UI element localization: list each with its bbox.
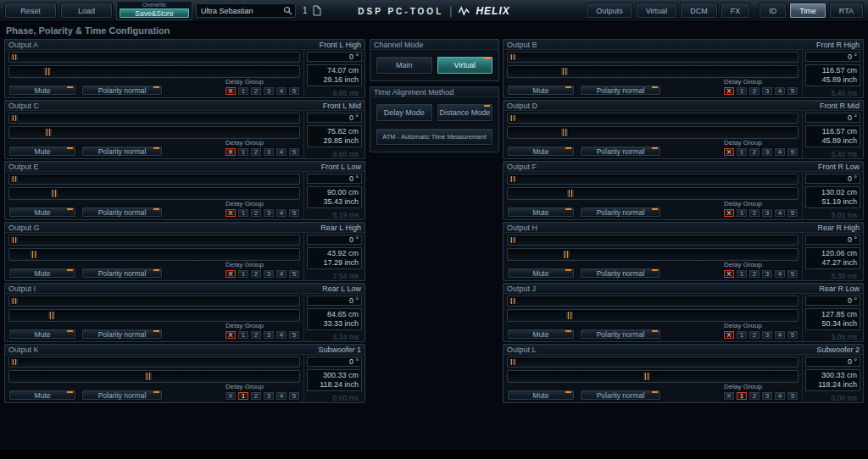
distance-inch-value[interactable]: 118.24 inch <box>809 380 857 390</box>
delay-group-1-button[interactable]: 1 <box>736 86 748 96</box>
delay-group-x-button[interactable]: X <box>723 269 735 279</box>
distance-cm-value[interactable]: 74.07 cm <box>310 66 359 75</box>
document-icon[interactable] <box>313 5 321 16</box>
delay-group-x-button[interactable]: X <box>723 330 735 340</box>
nav-outputs-button[interactable]: Outputs <box>586 3 633 19</box>
distance-values[interactable]: 116.57 cm 45.89 inch <box>805 64 860 86</box>
delay-group-x-button[interactable]: X <box>225 208 236 218</box>
phase-value[interactable]: 0 ° <box>307 113 362 123</box>
polarity-button[interactable]: Polarity normal <box>81 268 163 279</box>
delay-group-2-button[interactable]: 2 <box>748 269 760 279</box>
delay-group-3-button[interactable]: 3 <box>761 269 773 279</box>
delay-group-x-button[interactable]: X <box>723 147 735 157</box>
distance-inch-value[interactable]: 45.89 inch <box>809 136 857 146</box>
delay-group-5-button[interactable]: 5 <box>288 208 300 218</box>
delay-group-5-button[interactable]: 5 <box>787 269 798 279</box>
distance-cm-value[interactable]: 120.06 cm <box>809 249 857 258</box>
distance-cm-value[interactable]: 116.57 cm <box>809 66 857 75</box>
distance-values[interactable]: 120.06 cm 47.27 inch <box>805 247 860 269</box>
delay-group-4-button[interactable]: 4 <box>774 391 786 401</box>
delay-group-3-button[interactable]: 3 <box>263 391 275 401</box>
mute-button[interactable]: Mute <box>8 85 76 96</box>
delay-group-x-button[interactable]: X <box>723 208 735 218</box>
delay-slider-thumb[interactable] <box>643 372 651 381</box>
phase-slider-thumb[interactable] <box>10 53 19 61</box>
channel-mode-main-button[interactable]: Main <box>376 56 433 75</box>
delay-group-x-button[interactable]: X <box>225 391 236 401</box>
phase-slider[interactable] <box>8 113 300 124</box>
mute-button[interactable]: Mute <box>507 207 575 218</box>
delay-slider[interactable] <box>8 248 300 261</box>
distance-inch-value[interactable]: 29.16 inch <box>310 75 359 85</box>
preset-name-field[interactable]: Ultra Sebastian <box>196 3 296 18</box>
distance-cm-value[interactable]: 116.57 cm <box>809 127 857 136</box>
phase-slider-thumb[interactable] <box>10 297 19 305</box>
delay-group-3-button[interactable]: 3 <box>263 147 275 157</box>
channel-mode-virtual-button[interactable]: Virtual <box>437 56 494 75</box>
phase-slider[interactable] <box>507 113 798 124</box>
delay-slider[interactable] <box>8 309 300 322</box>
mute-button[interactable]: Mute <box>8 146 76 157</box>
delay-slider[interactable] <box>507 187 798 200</box>
phase-slider-thumb[interactable] <box>509 53 517 61</box>
delay-slider[interactable] <box>507 370 798 383</box>
delay-group-3-button[interactable]: 3 <box>263 86 275 96</box>
phase-slider[interactable] <box>507 296 798 307</box>
delay-group-2-button[interactable]: 2 <box>250 330 262 340</box>
polarity-button[interactable]: Polarity normal <box>81 329 163 340</box>
distance-inch-value[interactable]: 47.27 inch <box>809 258 857 268</box>
distance-inch-value[interactable]: 35.43 inch <box>310 197 359 207</box>
polarity-button[interactable]: Polarity normal <box>81 207 163 218</box>
delay-group-1-button[interactable]: 1 <box>237 391 249 401</box>
delay-group-5-button[interactable]: 5 <box>787 147 798 157</box>
delay-group-5-button[interactable]: 5 <box>288 147 300 157</box>
delay-slider-thumb[interactable] <box>47 311 56 320</box>
delay-slider[interactable] <box>507 309 798 322</box>
delay-group-x-button[interactable]: X <box>723 391 735 401</box>
distance-values[interactable]: 90.00 cm 35.43 inch <box>307 186 362 208</box>
mute-button[interactable]: Mute <box>507 329 575 340</box>
delay-group-2-button[interactable]: 2 <box>748 86 760 96</box>
phase-value[interactable]: 0 ° <box>805 235 860 245</box>
distance-inch-value[interactable]: 33.33 inch <box>310 319 359 329</box>
delay-group-4-button[interactable]: 4 <box>774 269 786 279</box>
distance-values[interactable]: 300.33 cm 118.24 inch <box>805 369 860 391</box>
delay-slider[interactable] <box>507 65 798 78</box>
delay-group-2-button[interactable]: 2 <box>250 147 262 157</box>
mute-button[interactable]: Mute <box>8 390 76 401</box>
phase-value[interactable]: 0 ° <box>307 357 362 367</box>
delay-slider[interactable] <box>507 248 798 261</box>
mute-button[interactable]: Mute <box>507 268 575 279</box>
delay-group-4-button[interactable]: 4 <box>275 208 287 218</box>
delay-slider[interactable] <box>507 126 798 139</box>
delay-group-2-button[interactable]: 2 <box>250 391 262 401</box>
delay-group-1-button[interactable]: 1 <box>736 269 748 279</box>
phase-slider-thumb[interactable] <box>10 114 19 122</box>
delay-group-5-button[interactable]: 5 <box>787 330 798 340</box>
phase-value[interactable]: 0 ° <box>307 235 362 245</box>
delay-group-1-button[interactable]: 1 <box>736 208 748 218</box>
polarity-button[interactable]: Polarity normal <box>580 85 661 96</box>
phase-slider[interactable] <box>8 296 300 307</box>
nav-fx-button[interactable]: FX <box>721 3 751 19</box>
delay-group-3-button[interactable]: 3 <box>761 208 773 218</box>
phase-value[interactable]: 0 ° <box>805 357 860 367</box>
delay-group-4-button[interactable]: 4 <box>774 86 786 96</box>
delay-group-2-button[interactable]: 2 <box>250 269 262 279</box>
delay-group-1-button[interactable]: 1 <box>237 269 249 279</box>
delay-mode-button[interactable]: Delay Mode <box>376 103 433 122</box>
delay-group-2-button[interactable]: 2 <box>748 330 760 340</box>
delay-group-1-button[interactable]: 1 <box>237 208 249 218</box>
phase-slider[interactable] <box>507 52 798 63</box>
delay-slider-thumb[interactable] <box>43 67 52 76</box>
atm-button[interactable]: ATM - Automatic Time Measurement <box>376 128 493 146</box>
nav-id-button[interactable]: ID <box>759 3 787 19</box>
delay-group-x-button[interactable]: X <box>225 330 236 340</box>
delay-slider-thumb[interactable] <box>560 128 569 137</box>
delay-group-x-button[interactable]: X <box>723 86 735 96</box>
phase-slider[interactable] <box>8 174 300 185</box>
polarity-button[interactable]: Polarity normal <box>81 85 163 96</box>
delay-slider[interactable] <box>8 370 300 383</box>
delay-slider-thumb[interactable] <box>562 250 570 259</box>
delay-group-5-button[interactable]: 5 <box>787 391 798 401</box>
